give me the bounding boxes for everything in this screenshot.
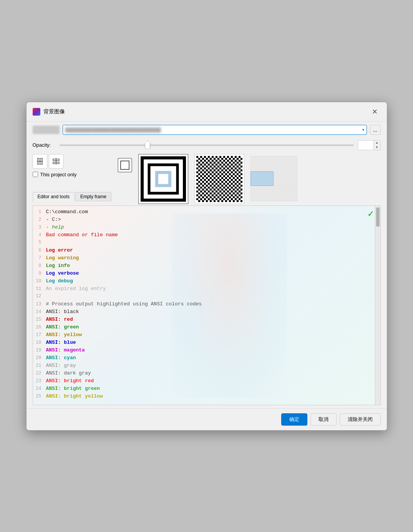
line-number: 16 [33, 325, 45, 330]
slider-track [60, 144, 354, 146]
line-content: Log info [45, 263, 380, 268]
qr-preview-small [194, 154, 244, 204]
qr-preview-large [138, 154, 188, 204]
more-button[interactable]: ... [370, 125, 381, 135]
code-line-1: 1C:\command.com [33, 209, 380, 217]
preview-cell-2[interactable] [274, 156, 297, 171]
line-number: 2 [33, 217, 45, 222]
border-style-icon[interactable] [118, 158, 132, 172]
opacity-value-box: 15 ▲ ▼ [358, 140, 381, 150]
line-number: 22 [33, 371, 45, 376]
preview-cell-1[interactable] [250, 156, 274, 171]
line-content: Bad command or file name [45, 232, 380, 238]
code-line-16: 16ANSI: green [33, 324, 380, 332]
line-number: 24 [33, 386, 45, 391]
spinner-buttons: ▲ ▼ [373, 141, 380, 150]
line-number: 18 [33, 340, 45, 345]
slider-thumb[interactable] [145, 141, 150, 149]
line-content: An expired log entry [45, 286, 380, 292]
line-content: ANSI: red [45, 317, 380, 322]
code-line-5: 5 [33, 240, 380, 247]
opacity-value-input[interactable]: 15 [358, 141, 373, 149]
preview-cell-3[interactable] [250, 171, 274, 186]
project-only-checkbox[interactable] [33, 172, 38, 177]
code-line-7: 7Log warning [33, 255, 380, 263]
code-line-3: 3- help [33, 224, 380, 232]
code-line-4: 4Bad command or file name [33, 232, 380, 240]
line-content: ANSI: bright green [45, 386, 380, 391]
toolbar-row: ████████████████████████████████ ▾ ... [27, 122, 387, 138]
code-line-14: 14ANSI: black [33, 309, 380, 317]
app-icon [33, 108, 40, 116]
preview-section: This project only Editor and tools Empty… [27, 152, 387, 206]
preview-cell-6[interactable] [274, 187, 297, 201]
code-line-10: 10Log debug [33, 278, 380, 286]
code-line-9: 9Log verbose [33, 270, 380, 278]
line-number: 4 [33, 232, 45, 238]
project-only-row: This project only [33, 172, 111, 177]
line-content: ANSI: bright yellow [45, 393, 380, 399]
scrollbar-thumb[interactable] [376, 207, 380, 227]
line-number: 10 [33, 278, 45, 284]
qr-code-large [138, 154, 188, 204]
scrollbar[interactable] [375, 206, 380, 405]
line-number: 12 [33, 293, 45, 299]
spinner-down-button[interactable]: ▼ [373, 145, 380, 150]
line-content: ANSI: black [45, 309, 380, 315]
line-number: 9 [33, 271, 45, 276]
clear-close-button[interactable]: 清除并关闭 [340, 413, 381, 426]
line-content: ANSI: bright red [45, 378, 380, 384]
tabs-row: Editor and tools Empty frame [33, 192, 111, 201]
code-line-22: 22ANSI: dark gray [33, 370, 380, 378]
code-line-17: 17ANSI: yellow [33, 332, 380, 340]
code-line-2: 2- C:> [33, 217, 380, 224]
preview-cell-5[interactable] [250, 187, 274, 201]
code-editor-area: ✓ 1C:\command.com2- C:>3- help4Bad comma… [33, 206, 381, 405]
cancel-button[interactable]: 取消 [310, 413, 337, 426]
opacity-slider-container [60, 141, 354, 149]
code-line-18: 18ANSI: blue [33, 340, 380, 347]
align-row-icon-button[interactable] [49, 154, 63, 169]
svg-rect-16 [196, 156, 242, 202]
line-number: 6 [33, 248, 45, 253]
line-content: - help [45, 224, 380, 230]
line-number: 17 [33, 332, 45, 338]
line-content: C:\command.com [45, 209, 380, 215]
line-content: Log verbose [45, 270, 380, 276]
opacity-label: Opacity: [33, 142, 56, 148]
line-content: # Process output highlighted using ANSI … [45, 301, 380, 307]
preview-row-3 [250, 187, 297, 201]
line-content: ANSI: green [45, 324, 380, 330]
line-content: ANSI: dark gray [45, 370, 380, 376]
confirm-button[interactable]: 确定 [281, 413, 307, 426]
code-editor: 1C:\command.com2- C:>3- help4Bad command… [33, 206, 380, 404]
path-dropdown[interactable]: ████████████████████████████████ ▾ [63, 125, 367, 135]
align-col-icon-button[interactable] [33, 154, 47, 169]
line-number: 7 [33, 255, 45, 261]
code-line-11: 11An expired log entry [33, 286, 380, 293]
opacity-row: Opacity: 15 ▲ ▼ [27, 138, 387, 152]
code-line-13: 13# Process output highlighted using ANS… [33, 301, 380, 309]
line-number: 14 [33, 309, 45, 315]
code-line-21: 21ANSI: gray [33, 363, 380, 370]
spinner-up-button[interactable]: ▲ [373, 141, 380, 145]
close-button[interactable]: ✕ [369, 106, 381, 118]
line-number: 21 [33, 363, 45, 368]
chevron-down-icon: ▾ [362, 128, 364, 132]
code-line-6: 6Log error [33, 247, 380, 255]
svg-rect-12 [158, 174, 168, 184]
line-content: ANSI: yellow [45, 332, 380, 338]
line-content: ANSI: cyan [45, 355, 380, 361]
preview-cell-4[interactable] [274, 171, 297, 186]
center-preview [118, 158, 132, 172]
left-controls: This project only Editor and tools Empty… [33, 154, 111, 201]
line-number: 11 [33, 286, 45, 292]
line-number: 5 [33, 240, 45, 245]
code-line-19: 19ANSI: magenta [33, 347, 380, 355]
background-image-dialog: 背景图像 ✕ ████████████████████████████████ … [26, 102, 387, 431]
code-line-8: 8Log info [33, 263, 380, 270]
project-only-label: This project only [40, 172, 77, 177]
line-content: ANSI: gray [45, 363, 380, 368]
tab-empty-frame[interactable]: Empty frame [75, 192, 111, 201]
tab-editor-and-tools[interactable]: Editor and tools [33, 192, 75, 201]
